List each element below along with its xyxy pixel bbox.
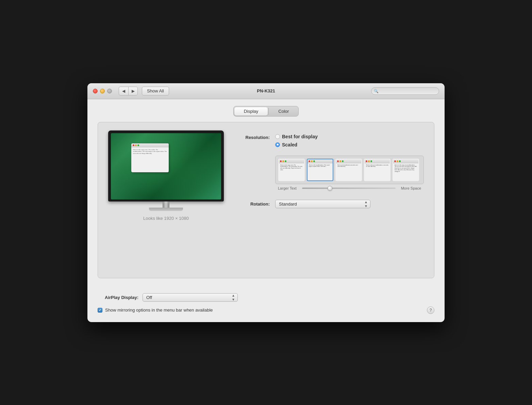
scale-slider-track[interactable] <box>302 188 396 189</box>
scale-thumb-content-1: Here's to the troublemakers. The round p… <box>307 163 333 180</box>
scale-labels-row: Larger Text More Space <box>275 186 424 190</box>
nav-back-button[interactable]: ◀ <box>119 87 128 95</box>
titlebar: ◀ ▶ Show All PN-K321 🔍 <box>87 83 445 99</box>
st-dot-y-0 <box>282 160 284 162</box>
resolution-row-best: Resolution: Best for display <box>237 134 424 140</box>
mirror-row: ✓ Show mirroring options in the menu bar… <box>98 307 213 313</box>
st-dot-y-3 <box>368 160 370 162</box>
st-dot-g-4 <box>399 160 401 162</box>
rotation-label: Rotation: <box>237 201 270 207</box>
close-button[interactable] <box>93 89 98 93</box>
maximize-button[interactable] <box>107 89 112 93</box>
tab-color[interactable]: Color <box>269 106 298 116</box>
radio-btn-scaled[interactable] <box>275 142 280 147</box>
scale-thumb-0[interactable]: Here's to the crazy ones. The troublemak… <box>278 159 305 181</box>
screen-window: Here's to the crazy ones. The misfits. T… <box>131 143 169 172</box>
scale-thumb-3[interactable]: Here's to the cra troublemakers. ones wh… <box>364 159 390 181</box>
st-dot-r-2 <box>337 160 339 162</box>
resolution-row-scaled: Scaled <box>275 142 424 147</box>
st-dot-y-4 <box>397 160 398 162</box>
screen-window-titlebar <box>131 143 169 147</box>
radio-best-for-display[interactable]: Best for display <box>275 134 318 139</box>
scale-thumb-content-4: Here's to the crazy one troublemakers. T… <box>393 163 418 180</box>
st-dot-r-4 <box>394 160 396 162</box>
content-area: Display Color <box>87 99 445 286</box>
scale-thumb-2[interactable]: Here's to th troublemak ones who see t r… <box>335 159 362 181</box>
main-panel: Here's to the crazy ones. The misfits. T… <box>98 122 434 278</box>
nav-arrows: ◀ ▶ <box>119 87 138 95</box>
mirror-checkbox[interactable]: ✓ <box>98 308 102 313</box>
scale-thumb-titlebar-3 <box>365 159 390 163</box>
scale-slider-thumb[interactable] <box>328 186 332 191</box>
scale-thumb-content-3: Here's to the cra troublemakers. ones wh… <box>365 163 390 180</box>
scale-label-right: More Space <box>401 186 421 190</box>
mirror-checkbox-label[interactable]: ✓ Show mirroring options in the menu bar… <box>98 307 213 313</box>
scale-thumb-4[interactable]: Here's to the crazy one troublemakers. T… <box>393 159 419 181</box>
search-input[interactable] <box>371 87 439 95</box>
tab-group: Display Color <box>233 106 299 117</box>
st-dot-g-2 <box>342 160 344 162</box>
resolution-label: Resolution: <box>237 135 270 140</box>
radio-label-scaled: Scaled <box>282 142 297 147</box>
tab-display[interactable]: Display <box>234 107 268 116</box>
monitor-frame: Here's to the crazy ones. The misfits. T… <box>108 130 224 201</box>
screen-window-content: Here's to the crazy ones. The misfits. T… <box>131 147 169 156</box>
st-dot-g-3 <box>370 160 372 162</box>
st-dot-r-3 <box>366 160 367 162</box>
radio-scaled[interactable]: Scaled <box>275 142 297 147</box>
settings-side: Resolution: Best for display Scaled <box>237 130 424 208</box>
radio-btn-best[interactable] <box>275 134 280 139</box>
traffic-lights <box>93 89 112 93</box>
monitor-stand-base <box>149 208 183 211</box>
scale-thumb-content-0: Here's to the crazy ones. The troublemak… <box>279 163 304 180</box>
monitor-resolution-label: Looks like 1920 × 1080 <box>143 216 189 221</box>
minimize-button[interactable] <box>100 89 105 93</box>
st-dot-g-1 <box>313 160 315 162</box>
resolution-section: Resolution: Best for display Scaled <box>237 134 424 147</box>
screen-min-dot <box>135 144 137 146</box>
scale-thumb-titlebar-2 <box>336 159 361 163</box>
rotation-section: Rotation: Standard 90° 180° 270° ▲▼ <box>237 200 424 208</box>
search-box: 🔍 <box>371 87 439 95</box>
help-button[interactable]: ? <box>427 306 434 314</box>
airplay-select[interactable]: Off <box>143 293 238 302</box>
rotation-select[interactable]: Standard 90° 180° 270° <box>275 200 370 208</box>
bottom-area: ✓ Show mirroring options in the menu bar… <box>98 306 434 314</box>
scale-label-left: Larger Text <box>278 186 297 190</box>
scale-thumb-titlebar-1 <box>307 159 333 163</box>
tabs-row: Display Color <box>98 106 434 117</box>
scale-thumb-1[interactable]: Here's to the troublemakers. The round p… <box>307 159 333 181</box>
st-dot-y-1 <box>311 160 313 162</box>
scale-thumb-titlebar-4 <box>393 159 418 163</box>
scale-thumbnails-container: Here's to the crazy ones. The troublemak… <box>275 156 424 184</box>
st-dot-r-0 <box>280 160 282 162</box>
st-dot-y-2 <box>339 160 341 162</box>
scale-thumb-titlebar-0 <box>279 159 304 163</box>
checkmark-icon: ✓ <box>99 309 101 312</box>
st-dot-g-0 <box>285 160 286 162</box>
search-icon: 🔍 <box>374 89 379 93</box>
mirror-text: Show mirroring options in the menu bar w… <box>105 307 213 313</box>
bottom-section: AirPlay Display: Off ▲▼ ✓ Show mirroring… <box>87 286 445 322</box>
monitor-stand-neck <box>163 201 169 208</box>
window: ◀ ▶ Show All PN-K321 🔍 Display Color <box>87 83 445 322</box>
window-title: PN-K321 <box>257 88 275 93</box>
monitor-side: Here's to the crazy ones. The misfits. T… <box>108 130 224 221</box>
airplay-select-wrap: Off ▲▼ <box>143 293 238 302</box>
nav-forward-button[interactable]: ▶ <box>128 87 138 95</box>
airplay-row: AirPlay Display: Off ▲▼ <box>98 293 434 302</box>
airplay-label: AirPlay Display: <box>98 295 138 300</box>
st-dot-r-1 <box>309 160 310 162</box>
show-all-button[interactable]: Show All <box>142 87 169 95</box>
radio-label-best: Best for display <box>282 134 318 139</box>
monitor-screen: Here's to the crazy ones. The misfits. T… <box>111 133 221 199</box>
rotation-select-wrap: Standard 90° 180° 270° ▲▼ <box>275 200 370 208</box>
scale-thumb-content-2: Here's to th troublemak ones who see t r… <box>336 163 361 180</box>
screen-max-dot <box>137 144 139 146</box>
screen-close-dot <box>133 144 134 146</box>
scale-slider-row: Larger Text More Space <box>278 186 421 190</box>
